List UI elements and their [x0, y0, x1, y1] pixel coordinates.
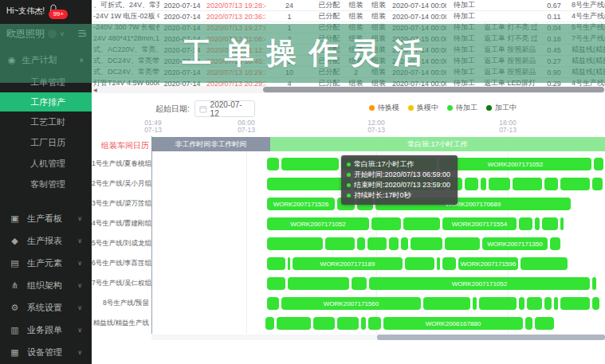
work-order-bar[interactable]: [489, 178, 510, 190]
work-order-bar[interactable]: [405, 257, 434, 270]
work-order-bar[interactable]: WORK2007171554: [442, 217, 517, 230]
notification-badge: 99+: [49, 10, 68, 19]
work-order-bar[interactable]: [267, 158, 279, 170]
sidebar-item-工序排产[interactable]: 工序排产: [0, 92, 92, 112]
sidebar-item-生产看板[interactable]: ▣生产看板∨: [0, 207, 92, 229]
table-cell: 待加工: [446, 11, 482, 22]
scroll-left-arrow-icon[interactable]: ◀: [93, 87, 97, 92]
gantt-horizontal-scrollbar[interactable]: [151, 335, 605, 340]
work-order-bar[interactable]: [560, 297, 590, 310]
work-order-bar[interactable]: [325, 237, 355, 250]
work-order-bar[interactable]: [267, 178, 351, 190]
sidebar-item-人机管理[interactable]: 人机管理: [0, 153, 92, 174]
work-order-bar[interactable]: [542, 217, 558, 230]
legend-item-待加工[interactable]: 待加工: [447, 103, 477, 113]
work-order-bar[interactable]: [560, 178, 590, 190]
work-order-bar[interactable]: WORK2007171052: [267, 217, 369, 230]
work-order-bar[interactable]: [401, 237, 408, 250]
work-order-bar[interactable]: [267, 297, 279, 310]
work-order-bar[interactable]: [288, 257, 290, 270]
work-order-bar[interactable]: [423, 297, 470, 310]
work-order-bar[interactable]: [544, 297, 552, 310]
work-order-bar[interactable]: [403, 217, 440, 230]
work-order-bar[interactable]: [265, 317, 274, 330]
legend-item-加工中[interactable]: 加工中: [486, 103, 517, 113]
table-row[interactable]: -24V 1W 电压-02板 Φ29m2020-07-142020/07/13 …: [92, 11, 605, 22]
work-order-bar[interactable]: [554, 297, 558, 310]
work-order-bar[interactable]: WORK2007171052: [369, 277, 590, 290]
sidebar-item-系统设置[interactable]: ⚙系统设置∨: [0, 296, 92, 319]
work-order-bar[interactable]: [527, 297, 542, 310]
work-order-bar[interactable]: [267, 237, 323, 250]
work-order-bar[interactable]: WORK2007171189: [293, 257, 403, 270]
work-order-bar[interactable]: [281, 158, 339, 170]
work-order-bar[interactable]: WORK2007171350: [482, 237, 548, 250]
calendar-row: 组装车间日历 非工作时间非工作时间常白班:17小时工作: [92, 137, 605, 151]
sidebar-item-业务跟单[interactable]: ▥业务跟单∨: [0, 319, 92, 341]
work-order-bar[interactable]: WORK2006167880: [383, 317, 523, 330]
work-order-bar[interactable]: [560, 217, 564, 230]
sidebar-item-生产报表[interactable]: ◆生产报表∨: [0, 229, 92, 252]
work-order-bar[interactable]: WORK2007171560: [281, 297, 421, 310]
elements-icon: ▤: [10, 258, 20, 268]
work-order-bar[interactable]: [352, 277, 367, 290]
table-scrollbar-thumb[interactable]: [263, 87, 604, 92]
calendar-segment-nonwork[interactable]: 非工作时间非工作时间: [151, 137, 270, 151]
gantt-scrollbar-thumb[interactable]: [377, 335, 605, 340]
work-order-bar[interactable]: [368, 317, 381, 330]
work-order-bar[interactable]: [277, 317, 311, 330]
work-order-bar[interactable]: [535, 317, 554, 330]
work-order-bar[interactable]: WORK2007171596: [458, 257, 518, 270]
sidebar-item-工艺工时[interactable]: 工艺工时: [0, 112, 92, 132]
work-order-bar[interactable]: WORK2007171052: [439, 158, 591, 170]
work-order-bar[interactable]: [550, 237, 560, 250]
start-date-input[interactable]: 2020-07-12: [194, 100, 255, 117]
work-order-bar[interactable]: [267, 277, 285, 290]
sidebar-item-工厂日历[interactable]: 工厂日历: [0, 132, 92, 153]
work-order-bar[interactable]: [445, 237, 480, 250]
work-order-bar[interactable]: [337, 317, 359, 330]
sidebar-item-客制管理[interactable]: 客制管理: [0, 174, 92, 194]
sidebar-item-生产元素[interactable]: ▤生产元素∨: [0, 252, 92, 274]
sidebar-item-设备管理[interactable]: ▦设备管理∨: [0, 341, 92, 363]
work-order-bar[interactable]: [594, 158, 603, 170]
work-order-bar[interactable]: [357, 237, 365, 250]
chevron-down-icon: ∨: [77, 282, 82, 289]
work-order-bar[interactable]: [267, 257, 285, 270]
sidebar-item-组织架构[interactable]: ⋔组织架构∨: [0, 274, 92, 296]
legend-item-待换模[interactable]: 待换模: [369, 103, 399, 113]
work-order-bar[interactable]: [361, 317, 366, 330]
table-row[interactable]: 、可折式、24V、常亮带2020-07-142020/07/13 19:28:4…: [92, 0, 605, 11]
work-order-bar[interactable]: [473, 297, 477, 310]
work-order-bar[interactable]: [313, 317, 335, 330]
table-horizontal-scrollbar[interactable]: ◀: [92, 86, 605, 93]
work-order-bar[interactable]: [288, 277, 349, 290]
work-order-bar[interactable]: WORK2007171526: [267, 198, 335, 210]
tooltip-bullet-icon: [347, 162, 351, 166]
work-order-bar[interactable]: [437, 257, 440, 270]
work-order-bar[interactable]: [592, 178, 603, 190]
work-order-bar[interactable]: [479, 297, 517, 310]
work-order-bar[interactable]: [592, 277, 596, 290]
calendar-segment-shift[interactable]: 常白班:17小时工作: [270, 137, 605, 151]
user-greeting: Hi~支伟杰!: [6, 6, 45, 17]
work-order-bar[interactable]: [442, 257, 456, 270]
work-order-bar[interactable]: [513, 178, 542, 190]
work-order-bar[interactable]: [519, 217, 532, 230]
axis-tick: 01:4907-13: [144, 119, 162, 134]
work-order-bar[interactable]: [371, 217, 401, 230]
work-order-bar[interactable]: [521, 257, 568, 270]
work-order-bar[interactable]: [519, 297, 524, 310]
legend-item-换模中[interactable]: 换模中: [408, 103, 438, 113]
work-order-bar[interactable]: [525, 317, 532, 330]
work-order-bar[interactable]: [389, 237, 399, 250]
tooltip-line: 开始时间:2020/07/13 06:59:00: [347, 170, 452, 180]
work-order-bar[interactable]: [481, 178, 486, 190]
work-order-bar[interactable]: [592, 297, 599, 310]
work-order-bar[interactable]: [411, 237, 442, 250]
work-order-bar[interactable]: [465, 178, 478, 190]
work-order-bar[interactable]: [535, 217, 540, 230]
gantt-row: 8号生产线/预留WORK2007171560: [92, 294, 605, 314]
work-order-bar[interactable]: [367, 237, 387, 250]
work-order-bar[interactable]: [544, 178, 558, 190]
